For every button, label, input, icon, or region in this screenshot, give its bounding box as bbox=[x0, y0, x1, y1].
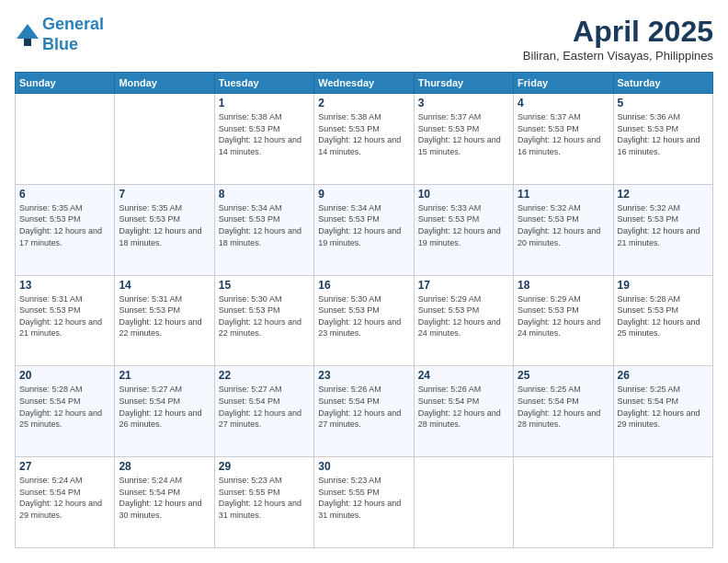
day-number: 6 bbox=[19, 188, 110, 201]
day-cell: 12Sunrise: 5:32 AM Sunset: 5:53 PM Dayli… bbox=[613, 184, 712, 275]
day-number: 8 bbox=[219, 188, 310, 201]
svg-marker-0 bbox=[17, 24, 39, 39]
day-detail: Sunrise: 5:25 AM Sunset: 5:54 PM Dayligh… bbox=[518, 384, 609, 430]
day-cell: 13Sunrise: 5:31 AM Sunset: 5:53 PM Dayli… bbox=[16, 275, 115, 366]
day-cell: 8Sunrise: 5:34 AM Sunset: 5:53 PM Daylig… bbox=[214, 184, 313, 275]
day-number: 4 bbox=[518, 97, 609, 109]
day-detail: Sunrise: 5:31 AM Sunset: 5:53 PM Dayligh… bbox=[19, 293, 110, 339]
logo: General Blue bbox=[15, 15, 104, 54]
day-cell bbox=[115, 94, 214, 185]
day-number: 20 bbox=[19, 369, 110, 382]
day-cell: 22Sunrise: 5:27 AM Sunset: 5:54 PM Dayli… bbox=[214, 366, 313, 457]
calendar-table: SundayMondayTuesdayWednesdayThursdayFrid… bbox=[15, 72, 713, 548]
weekday-header-thursday: Thursday bbox=[414, 73, 513, 94]
day-number: 13 bbox=[19, 279, 110, 292]
day-cell bbox=[514, 457, 613, 548]
header: General Blue April 2025 Biliran, Eastern… bbox=[15, 15, 713, 63]
day-detail: Sunrise: 5:29 AM Sunset: 5:53 PM Dayligh… bbox=[518, 293, 609, 339]
day-cell: 14Sunrise: 5:31 AM Sunset: 5:53 PM Dayli… bbox=[115, 275, 214, 366]
day-detail: Sunrise: 5:26 AM Sunset: 5:54 PM Dayligh… bbox=[418, 384, 509, 430]
weekday-header-monday: Monday bbox=[115, 73, 214, 94]
day-detail: Sunrise: 5:35 AM Sunset: 5:53 PM Dayligh… bbox=[19, 202, 110, 248]
day-cell: 25Sunrise: 5:25 AM Sunset: 5:54 PM Dayli… bbox=[514, 366, 613, 457]
day-cell: 20Sunrise: 5:28 AM Sunset: 5:54 PM Dayli… bbox=[16, 366, 115, 457]
day-cell: 28Sunrise: 5:24 AM Sunset: 5:54 PM Dayli… bbox=[115, 457, 214, 548]
weekday-header-sunday: Sunday bbox=[16, 73, 115, 94]
day-cell: 26Sunrise: 5:25 AM Sunset: 5:54 PM Dayli… bbox=[613, 366, 712, 457]
day-number: 10 bbox=[418, 188, 509, 201]
page: General Blue April 2025 Biliran, Eastern… bbox=[0, 0, 728, 563]
day-detail: Sunrise: 5:37 AM Sunset: 5:53 PM Dayligh… bbox=[418, 111, 509, 157]
day-detail: Sunrise: 5:27 AM Sunset: 5:54 PM Dayligh… bbox=[119, 384, 210, 430]
day-detail: Sunrise: 5:24 AM Sunset: 5:54 PM Dayligh… bbox=[119, 475, 210, 521]
day-detail: Sunrise: 5:38 AM Sunset: 5:53 PM Dayligh… bbox=[318, 111, 409, 157]
day-number: 30 bbox=[318, 460, 409, 473]
day-cell: 16Sunrise: 5:30 AM Sunset: 5:53 PM Dayli… bbox=[314, 275, 414, 366]
day-number: 1 bbox=[219, 97, 310, 109]
day-detail: Sunrise: 5:28 AM Sunset: 5:54 PM Dayligh… bbox=[19, 384, 110, 430]
day-detail: Sunrise: 5:34 AM Sunset: 5:53 PM Dayligh… bbox=[219, 202, 310, 248]
day-cell: 2Sunrise: 5:38 AM Sunset: 5:53 PM Daylig… bbox=[314, 94, 414, 185]
day-cell: 24Sunrise: 5:26 AM Sunset: 5:54 PM Dayli… bbox=[414, 366, 513, 457]
day-cell: 1Sunrise: 5:38 AM Sunset: 5:53 PM Daylig… bbox=[214, 94, 313, 185]
day-cell: 7Sunrise: 5:35 AM Sunset: 5:53 PM Daylig… bbox=[115, 184, 214, 275]
day-number: 29 bbox=[219, 460, 310, 473]
day-number: 5 bbox=[618, 97, 709, 109]
day-cell: 18Sunrise: 5:29 AM Sunset: 5:53 PM Dayli… bbox=[514, 275, 613, 366]
day-detail: Sunrise: 5:32 AM Sunset: 5:53 PM Dayligh… bbox=[618, 202, 709, 248]
day-number: 19 bbox=[618, 279, 709, 292]
week-row-5: 27Sunrise: 5:24 AM Sunset: 5:54 PM Dayli… bbox=[16, 457, 713, 548]
day-number: 15 bbox=[219, 279, 310, 292]
day-detail: Sunrise: 5:35 AM Sunset: 5:53 PM Dayligh… bbox=[119, 202, 210, 248]
day-detail: Sunrise: 5:27 AM Sunset: 5:54 PM Dayligh… bbox=[219, 384, 310, 430]
day-number: 3 bbox=[418, 97, 509, 109]
day-cell bbox=[414, 457, 513, 548]
week-row-3: 13Sunrise: 5:31 AM Sunset: 5:53 PM Dayli… bbox=[16, 275, 713, 366]
weekday-header-saturday: Saturday bbox=[613, 73, 712, 94]
day-number: 24 bbox=[418, 369, 509, 382]
day-cell: 9Sunrise: 5:34 AM Sunset: 5:53 PM Daylig… bbox=[314, 184, 414, 275]
day-detail: Sunrise: 5:33 AM Sunset: 5:53 PM Dayligh… bbox=[418, 202, 509, 248]
day-detail: Sunrise: 5:34 AM Sunset: 5:53 PM Dayligh… bbox=[318, 202, 409, 248]
weekday-header-friday: Friday bbox=[514, 73, 613, 94]
day-detail: Sunrise: 5:23 AM Sunset: 5:55 PM Dayligh… bbox=[219, 475, 310, 521]
day-number: 25 bbox=[518, 369, 609, 382]
day-number: 11 bbox=[518, 188, 609, 201]
day-cell: 23Sunrise: 5:26 AM Sunset: 5:54 PM Dayli… bbox=[314, 366, 414, 457]
day-number: 14 bbox=[119, 279, 210, 292]
day-detail: Sunrise: 5:32 AM Sunset: 5:53 PM Dayligh… bbox=[518, 202, 609, 248]
day-cell: 27Sunrise: 5:24 AM Sunset: 5:54 PM Dayli… bbox=[16, 457, 115, 548]
day-cell: 3Sunrise: 5:37 AM Sunset: 5:53 PM Daylig… bbox=[414, 94, 513, 185]
week-row-2: 6Sunrise: 5:35 AM Sunset: 5:53 PM Daylig… bbox=[16, 184, 713, 275]
month-year: April 2025 bbox=[523, 15, 713, 49]
day-number: 27 bbox=[19, 460, 110, 473]
day-number: 26 bbox=[618, 369, 709, 382]
day-number: 23 bbox=[318, 369, 409, 382]
day-cell: 5Sunrise: 5:36 AM Sunset: 5:53 PM Daylig… bbox=[613, 94, 712, 185]
day-cell: 29Sunrise: 5:23 AM Sunset: 5:55 PM Dayli… bbox=[214, 457, 313, 548]
location: Biliran, Eastern Visayas, Philippines bbox=[523, 49, 713, 63]
logo-icon bbox=[15, 22, 40, 48]
logo-text: General Blue bbox=[42, 15, 104, 54]
day-number: 21 bbox=[119, 369, 210, 382]
day-number: 16 bbox=[318, 279, 409, 292]
title-block: April 2025 Biliran, Eastern Visayas, Phi… bbox=[523, 15, 713, 63]
day-cell: 11Sunrise: 5:32 AM Sunset: 5:53 PM Dayli… bbox=[514, 184, 613, 275]
day-number: 18 bbox=[518, 279, 609, 292]
day-cell bbox=[613, 457, 712, 548]
day-number: 2 bbox=[318, 97, 409, 109]
day-detail: Sunrise: 5:30 AM Sunset: 5:53 PM Dayligh… bbox=[219, 293, 310, 339]
day-cell: 30Sunrise: 5:23 AM Sunset: 5:55 PM Dayli… bbox=[314, 457, 414, 548]
weekday-header-row: SundayMondayTuesdayWednesdayThursdayFrid… bbox=[16, 73, 713, 94]
day-detail: Sunrise: 5:38 AM Sunset: 5:53 PM Dayligh… bbox=[219, 111, 310, 157]
day-detail: Sunrise: 5:24 AM Sunset: 5:54 PM Dayligh… bbox=[19, 475, 110, 521]
day-cell: 6Sunrise: 5:35 AM Sunset: 5:53 PM Daylig… bbox=[16, 184, 115, 275]
day-detail: Sunrise: 5:26 AM Sunset: 5:54 PM Dayligh… bbox=[318, 384, 409, 430]
day-number: 28 bbox=[119, 460, 210, 473]
weekday-header-wednesday: Wednesday bbox=[314, 73, 414, 94]
day-number: 9 bbox=[318, 188, 409, 201]
day-cell: 21Sunrise: 5:27 AM Sunset: 5:54 PM Dayli… bbox=[115, 366, 214, 457]
day-detail: Sunrise: 5:31 AM Sunset: 5:53 PM Dayligh… bbox=[119, 293, 210, 339]
day-cell: 19Sunrise: 5:28 AM Sunset: 5:53 PM Dayli… bbox=[613, 275, 712, 366]
day-number: 7 bbox=[119, 188, 210, 201]
